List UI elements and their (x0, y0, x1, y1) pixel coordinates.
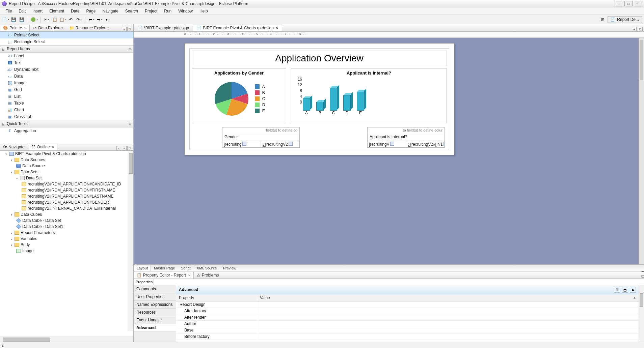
item-image[interactable]: 🖼Image (0, 80, 133, 86)
editor-tab-2[interactable]: 📄 BIRT Example Pivot & Charts.rptdesign … (193, 25, 282, 31)
view-minimize-button[interactable]: – (642, 269, 644, 274)
node-data-sets[interactable]: Data Sets (21, 170, 38, 174)
grid-tool-2[interactable]: ⬒ (622, 287, 628, 293)
cat-named-expressions[interactable]: Named Expressions (134, 301, 176, 309)
menu-navigate[interactable]: Navigate (99, 9, 122, 13)
item-table[interactable]: ▤Table (0, 100, 133, 107)
close-button[interactable]: ✕ (634, 1, 642, 6)
expr-icon[interactable] (289, 142, 293, 146)
report-page[interactable]: Application Overview Applications by Gen… (184, 43, 454, 155)
editor-maximize-button[interactable]: □ (638, 27, 643, 31)
item-dynamic-text[interactable]: ab|Dynamic Text (0, 66, 133, 73)
tab-problems[interactable]: ⚠ Problems (194, 272, 222, 279)
menu-help[interactable]: Help (196, 9, 211, 13)
tab-navigator[interactable]: 🗺 Navigator (0, 144, 29, 150)
save-button[interactable]: 💾 (10, 16, 17, 23)
close-icon[interactable]: ✕ (275, 26, 278, 30)
menu-window[interactable]: Window (175, 9, 196, 13)
tool-rectangle-select[interactable]: ⬚ Rectangle Select (0, 38, 133, 45)
item-data[interactable]: ▭Data (0, 73, 133, 80)
menu-run[interactable]: Run (161, 9, 175, 13)
tab-script[interactable]: Script (178, 265, 193, 271)
item-chart[interactable]: 📊Chart (0, 107, 133, 113)
outline-hscrollbar[interactable] (0, 337, 133, 342)
cat-event-handler[interactable]: Event Handler (134, 316, 176, 324)
new-button[interactable]: 📄 (2, 16, 9, 23)
prop-row-author[interactable]: Author (176, 321, 639, 327)
column-item[interactable]: recruitingV2#RCM_APPLICATION#FIRSTNAME (28, 188, 115, 193)
tab-preview[interactable]: Preview (220, 265, 239, 271)
item-grid[interactable]: ▦Grid (0, 86, 133, 93)
column-item[interactable]: recruitingV2#RCM_APPLICATION#LASTNAME (28, 194, 114, 199)
node-data-source[interactable]: Data Source (22, 164, 45, 168)
view-maximize-button[interactable]: □ (127, 27, 132, 31)
tab-property-editor[interactable]: 📋 Property Editor - Report ✕ (134, 272, 194, 279)
menu-file[interactable]: File (2, 9, 15, 13)
drop-button[interactable]: ▾ (104, 16, 111, 23)
grid-tool-3[interactable]: ↻ (630, 287, 636, 293)
chart-pie-box[interactable]: Applications by Gender ABCDE (192, 68, 286, 123)
maximize-button[interactable]: □ (624, 1, 633, 6)
tab-resource-explorer[interactable]: 📁 Resource Explorer (66, 25, 112, 31)
item-list[interactable]: ☰List (0, 93, 133, 100)
tool-pointer-select[interactable]: ▭ Pointer Select (0, 32, 133, 38)
menu-element[interactable]: Element (46, 9, 68, 13)
report-title[interactable]: Application Overview (192, 51, 447, 66)
properties-subtab[interactable]: Properties (134, 279, 154, 285)
cut-button[interactable]: ✂ (43, 16, 50, 23)
prop-row-after-render[interactable]: After render (176, 314, 639, 321)
expr-icon[interactable] (390, 142, 394, 146)
node-report-params[interactable]: Report Parameters (21, 230, 55, 235)
run-button[interactable]: 🟢 (31, 16, 37, 23)
undo-button[interactable]: ↶ (68, 16, 74, 23)
tool-aggregation[interactable]: ΣAggregation (0, 127, 133, 134)
prop-row-report-design[interactable]: Report Design (176, 301, 639, 308)
tab-layout[interactable]: Layout (134, 265, 151, 271)
property-vscrollbar[interactable] (639, 285, 644, 342)
back-button[interactable]: ⬅ (88, 16, 95, 23)
copy-button[interactable]: 📋 (51, 16, 58, 23)
node-body[interactable]: Body (21, 242, 30, 247)
menu-data[interactable]: Data (68, 9, 83, 13)
cat-user-properties[interactable]: User Properties (134, 293, 176, 301)
pivot-column-header[interactable]: Gender (222, 133, 299, 141)
chart-bar-box[interactable]: Applicant is Internal? 1612840 ABCDE (291, 68, 447, 123)
cat-comments[interactable]: Comments (134, 285, 176, 293)
palette-quick-tools-header[interactable]: ◣ Quick Tools ∞ (0, 120, 133, 127)
node-data-set[interactable]: Data Set (26, 176, 42, 180)
tab-data-explorer[interactable]: 🗂 Data Explorer (30, 25, 66, 31)
cube-item[interactable]: Data Cube - Data Set (22, 218, 61, 223)
close-icon[interactable]: ✕ (24, 26, 27, 30)
save-all-button[interactable]: 💾 (18, 16, 25, 23)
grid-tool-1[interactable]: ☰ (614, 287, 620, 293)
node-variables[interactable]: Variables (21, 236, 37, 241)
pin-icon[interactable]: ∞ (128, 47, 131, 51)
close-icon[interactable]: ✕ (188, 273, 191, 277)
outline-root[interactable]: BIRT Example Pivot & Charts.rptdesign (15, 151, 86, 156)
cat-advanced[interactable]: Advanced (134, 324, 176, 332)
pivot-gender[interactable]: field(s) to define co Gender [recruiting… (222, 127, 300, 148)
prop-row-after-factory[interactable]: After factory (176, 308, 639, 314)
forward-button[interactable]: ➡ (96, 16, 103, 23)
menu-search[interactable]: Search (122, 9, 141, 13)
column-item[interactable]: recruitingV2#INTERNAL_CANDIDATE#IsIntern… (28, 206, 116, 211)
scroll-up-icon[interactable]: ▲ (630, 294, 639, 301)
body-image-item[interactable]: Image (22, 249, 33, 253)
expr-icon[interactable] (242, 142, 246, 146)
close-icon[interactable]: ✕ (52, 145, 54, 149)
editor-tab-1[interactable]: 📄 *BIRT Example.rptdesign (134, 25, 193, 31)
menu-page[interactable]: Page (83, 9, 99, 13)
view-menu-button[interactable]: ▾ (116, 146, 121, 150)
redo-button[interactable]: ↷ (76, 16, 82, 23)
outline-vscrollbar[interactable] (128, 151, 133, 331)
cube-item[interactable]: Data Cube - Data Set1 (22, 224, 63, 229)
column-item[interactable]: recruitingV2#RCM_APPLICATION#CANDIDATE_I… (28, 182, 121, 186)
perspective-button[interactable]: 🧾 Report De... (608, 16, 642, 23)
column-item[interactable]: recruitingV2#RCM_APPLICATION#GENDER (28, 200, 109, 205)
editor-minimize-button[interactable]: – (632, 27, 637, 31)
node-data-cubes[interactable]: Data Cubes (21, 212, 42, 217)
item-text[interactable]: 🅰Text (0, 59, 133, 66)
cat-resources[interactable]: Resources (134, 309, 176, 316)
prop-row-base[interactable]: Base (176, 327, 639, 334)
paste-button[interactable]: 📋 (59, 16, 66, 23)
